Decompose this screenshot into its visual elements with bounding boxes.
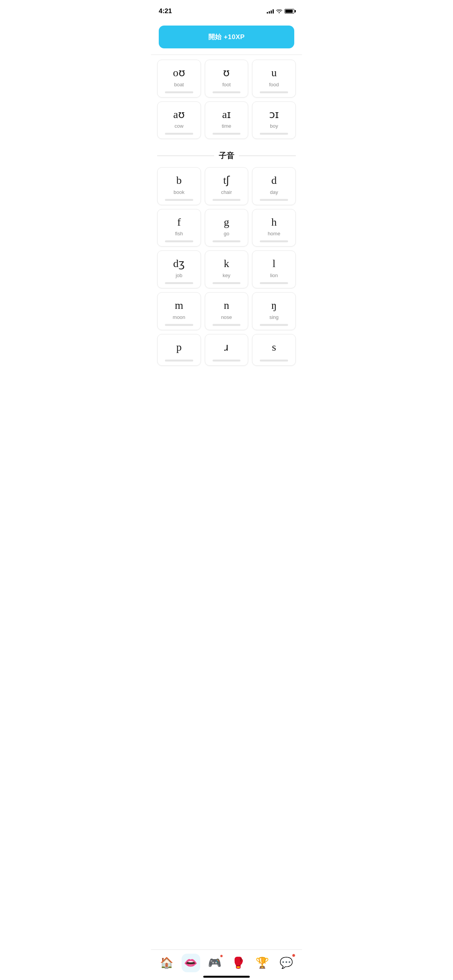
phoneme-card-day[interactable]: d day xyxy=(252,167,296,205)
consonants-row-3: dʒ job k key l lion xyxy=(157,250,296,288)
phoneme-progress xyxy=(165,282,193,284)
phoneme-word: go xyxy=(224,231,229,236)
phoneme-symbol: ŋ xyxy=(271,299,277,312)
phoneme-symbol: aʊ xyxy=(173,108,185,121)
phoneme-progress xyxy=(213,324,241,326)
phoneme-word: key xyxy=(223,272,230,278)
phoneme-progress xyxy=(213,360,241,362)
status-bar: 4:21 xyxy=(151,0,302,19)
phoneme-card-s[interactable]: s xyxy=(252,334,296,366)
phoneme-progress xyxy=(165,199,193,201)
start-button-container: 開始 +10XP xyxy=(151,19,302,55)
consonants-row-5: p ɹ s xyxy=(157,334,296,366)
phoneme-progress xyxy=(165,360,193,362)
phoneme-word: moon xyxy=(173,314,185,320)
top-divider xyxy=(151,55,302,55)
vowels-row-1: oʊ boat ʊ foot u food xyxy=(157,60,296,98)
phoneme-symbol: ɔɪ xyxy=(269,108,279,121)
phoneme-symbol: g xyxy=(224,216,229,229)
consonants-row-2: f fish g go h home xyxy=(157,209,296,247)
phoneme-progress xyxy=(260,360,288,362)
consonants-section: b book tʃ chair d day f fish xyxy=(151,167,302,366)
phoneme-card-home[interactable]: h home xyxy=(252,209,296,247)
phoneme-card-p[interactable]: p xyxy=(157,334,201,366)
phoneme-symbol: l xyxy=(273,257,276,270)
phoneme-card-boy[interactable]: ɔɪ boy xyxy=(252,101,296,139)
phoneme-progress xyxy=(165,240,193,242)
phoneme-card-key[interactable]: k key xyxy=(205,250,249,288)
phoneme-progress xyxy=(260,91,288,93)
phoneme-card-cow[interactable]: aʊ cow xyxy=(157,101,201,139)
phoneme-card-boat[interactable]: oʊ boat xyxy=(157,60,201,98)
phoneme-card-food[interactable]: u food xyxy=(252,60,296,98)
vowels-section: oʊ boat ʊ foot u food aʊ cow xyxy=(151,60,302,139)
phoneme-symbol: f xyxy=(177,216,181,229)
phoneme-card-sing[interactable]: ŋ sing xyxy=(252,292,296,330)
phoneme-card-job[interactable]: dʒ job xyxy=(157,250,201,288)
phoneme-word: nose xyxy=(221,314,232,320)
phoneme-word: fish xyxy=(175,231,183,236)
phoneme-symbol: aɪ xyxy=(222,108,231,121)
phoneme-progress xyxy=(213,91,241,93)
phoneme-symbol: dʒ xyxy=(173,257,185,270)
phoneme-progress xyxy=(165,324,193,326)
phoneme-progress xyxy=(260,133,288,135)
status-time: 4:21 xyxy=(159,7,172,15)
phoneme-symbol: k xyxy=(224,257,229,270)
wifi-icon xyxy=(276,9,282,14)
phoneme-word: job xyxy=(176,272,182,278)
phoneme-progress xyxy=(260,199,288,201)
phoneme-symbol: ɹ xyxy=(224,341,229,354)
phoneme-symbol: u xyxy=(271,66,277,79)
phoneme-symbol: oʊ xyxy=(173,66,185,79)
section-line-right xyxy=(239,156,296,156)
phoneme-word: lion xyxy=(270,272,278,278)
phoneme-card-go[interactable]: g go xyxy=(205,209,249,247)
phoneme-word: home xyxy=(268,231,280,236)
phoneme-symbol: s xyxy=(272,341,276,354)
phoneme-symbol: p xyxy=(176,341,182,354)
phoneme-card-book[interactable]: b book xyxy=(157,167,201,205)
phoneme-word: book xyxy=(173,189,184,195)
phoneme-symbol: ʊ xyxy=(223,66,230,79)
phoneme-word: food xyxy=(269,82,279,87)
start-button[interactable]: 開始 +10XP xyxy=(159,26,294,48)
phoneme-card-foot[interactable]: ʊ foot xyxy=(205,60,249,98)
phoneme-card-r[interactable]: ɹ xyxy=(205,334,249,366)
phoneme-symbol: d xyxy=(271,174,277,187)
phoneme-progress xyxy=(260,240,288,242)
phoneme-progress xyxy=(260,324,288,326)
phoneme-symbol: m xyxy=(175,299,183,312)
phoneme-card-lion[interactable]: l lion xyxy=(252,250,296,288)
phoneme-progress xyxy=(260,282,288,284)
battery-icon xyxy=(285,9,294,14)
phoneme-progress xyxy=(213,199,241,201)
vowels-row-2: aʊ cow aɪ time ɔɪ boy xyxy=(157,101,296,139)
phoneme-symbol: tʃ xyxy=(223,174,230,187)
phoneme-word: cow xyxy=(175,123,184,129)
phoneme-progress xyxy=(213,240,241,242)
phoneme-progress xyxy=(213,282,241,284)
phoneme-symbol: h xyxy=(271,216,277,229)
phoneme-word: time xyxy=(222,123,232,129)
phoneme-card-nose[interactable]: n nose xyxy=(205,292,249,330)
phoneme-card-moon[interactable]: m moon xyxy=(157,292,201,330)
phoneme-word: boy xyxy=(270,123,278,129)
phoneme-card-chair[interactable]: tʃ chair xyxy=(205,167,249,205)
phoneme-word: chair xyxy=(221,189,232,195)
phoneme-card-fish[interactable]: f fish xyxy=(157,209,201,247)
phoneme-word: foot xyxy=(222,82,231,87)
phoneme-progress xyxy=(165,133,193,135)
phoneme-progress xyxy=(165,91,193,93)
consonants-row-1: b book tʃ chair d day xyxy=(157,167,296,205)
phoneme-progress xyxy=(213,133,241,135)
phoneme-word: boat xyxy=(174,82,184,87)
phoneme-word: day xyxy=(270,189,278,195)
consonants-header: 子音 xyxy=(151,143,302,167)
section-title: 子音 xyxy=(219,151,234,161)
phoneme-symbol: b xyxy=(176,174,182,187)
phoneme-word: sing xyxy=(269,314,279,320)
phoneme-card-time[interactable]: aɪ time xyxy=(205,101,249,139)
consonants-row-4: m moon n nose ŋ sing xyxy=(157,292,296,330)
phoneme-symbol: n xyxy=(224,299,229,312)
